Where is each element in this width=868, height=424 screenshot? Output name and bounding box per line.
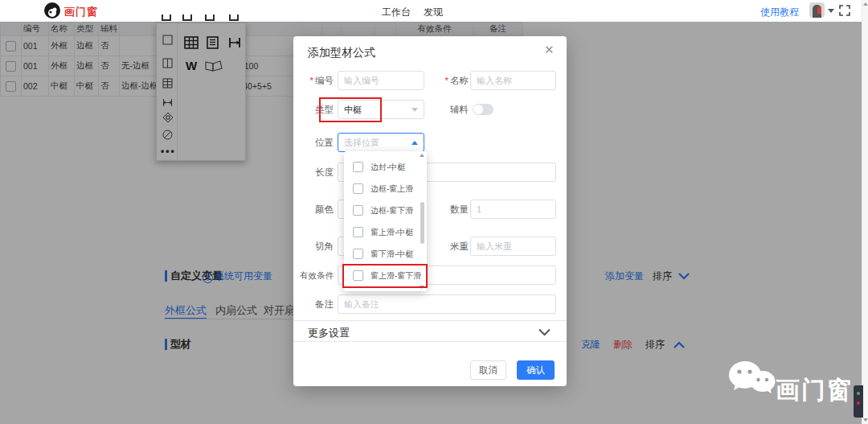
cut-icon-stub — [162, 14, 171, 21]
app-logo-text[interactable]: 画门窗 — [64, 5, 98, 19]
qty-input[interactable] — [470, 200, 556, 219]
option-checkbox[interactable] — [353, 249, 363, 259]
type-select[interactable]: 中梃 — [338, 100, 424, 119]
position-placeholder: 选择位置 — [344, 137, 379, 149]
watermark-text: 画门窗 — [776, 374, 853, 407]
note-input[interactable] — [338, 294, 556, 314]
option-checkbox[interactable] — [353, 205, 363, 216]
aux-label: 辅料 — [428, 100, 469, 119]
option-checkbox[interactable] — [353, 270, 363, 281]
condition-label: 有效条件 — [293, 266, 334, 285]
cut-icon-stub — [229, 14, 239, 21]
dropdown-option[interactable]: 窗上滑-中梃 — [344, 221, 421, 243]
name-input[interactable] — [470, 71, 556, 90]
top-navigation-bar: 画门窗 工作台 发现 使用教程 — [0, 0, 868, 22]
dropdown-option[interactable]: 边框-窗下滑 — [344, 200, 421, 221]
floating-widget[interactable] — [854, 385, 863, 418]
cut-icon-stub — [205, 14, 215, 21]
weight-input[interactable] — [470, 237, 556, 256]
fullscreen-icon[interactable] — [838, 4, 851, 17]
app-logo-icon[interactable] — [44, 2, 60, 19]
modal-title: 添加型材公式 — [308, 46, 375, 60]
wechat-logo-icon — [727, 360, 777, 401]
nav-discover[interactable]: 发现 — [424, 6, 443, 19]
tutorial-link[interactable]: 使用教程 — [760, 6, 799, 19]
type-select-value: 中梃 — [344, 104, 362, 116]
dropdown-option[interactable]: 边框-窗上滑 — [344, 178, 421, 200]
weight-label: 米重 — [428, 237, 469, 256]
option-checkbox[interactable] — [353, 183, 363, 194]
position-label: 位置 — [293, 133, 334, 152]
divider — [293, 341, 567, 342]
cut-label: 切角 — [293, 237, 334, 256]
type-label: 类型 — [293, 100, 334, 119]
position-select[interactable]: 选择位置 — [338, 133, 424, 152]
option-checkbox[interactable] — [353, 227, 363, 237]
dropdown-option[interactable]: 边封-中梃 — [344, 156, 421, 178]
qty-label: 数量 — [428, 200, 469, 219]
dropdown-option[interactable]: 窗下滑-中梃 — [344, 243, 421, 265]
name-label: 名称 — [428, 71, 469, 90]
position-dropdown: 边封-中梃 边框-窗上滑 边框-窗下滑 窗上滑-中梃 窗下滑-中梃 窗上滑-窗下… — [344, 151, 427, 291]
divider — [293, 320, 567, 321]
cut-icon-stub — [182, 14, 192, 21]
chevron-up-icon — [411, 141, 418, 145]
nav-workbench[interactable]: 工作台 — [382, 6, 411, 19]
length-label: 长度 — [293, 163, 334, 182]
chevron-down-icon — [411, 108, 418, 112]
scrollbar-down-arrow[interactable] — [863, 418, 868, 422]
page-scrollbar[interactable] — [862, 0, 868, 424]
close-icon[interactable]: ✕ — [544, 43, 555, 57]
aux-toggle[interactable] — [473, 104, 493, 115]
dropdown-scrollbar[interactable] — [420, 154, 425, 289]
confirm-button[interactable]: 确认 — [517, 360, 555, 380]
scrollbar-up-arrow[interactable] — [863, 2, 868, 6]
chevron-down-icon[interactable] — [828, 9, 834, 13]
wechat-watermark: 画门窗 — [727, 360, 856, 416]
chevron-down-icon[interactable] — [538, 327, 551, 339]
code-label: 编号 — [293, 71, 334, 90]
cancel-button[interactable]: 取消 — [470, 360, 506, 380]
user-avatar[interactable] — [809, 2, 825, 18]
more-settings-toggle[interactable]: 更多设置 — [308, 326, 350, 340]
dropdown-option[interactable]: 窗上滑-窗下滑 — [344, 265, 421, 286]
add-profile-formula-modal: 添加型材公式 ✕ 编号 名称 类型 中梃 辅料 位置 选择位置 长度 颜色 数量… — [293, 36, 567, 386]
code-input[interactable] — [338, 71, 424, 90]
color-label: 颜色 — [293, 200, 334, 219]
option-checkbox[interactable] — [353, 162, 363, 172]
note-label: 备注 — [293, 294, 334, 314]
